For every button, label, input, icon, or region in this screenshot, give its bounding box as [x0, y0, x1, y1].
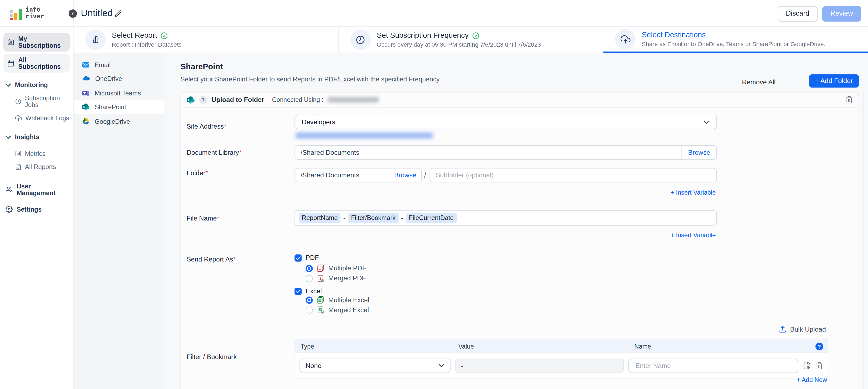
folder-group: Browse [294, 168, 422, 182]
folder-label: Folder* [187, 169, 208, 177]
file-name-input[interactable]: ReportName - Filter/Bookmark - FileCurre… [294, 210, 717, 226]
multiple-excel-icon: X [317, 296, 324, 304]
delete-row-trash-icon[interactable] [815, 362, 823, 369]
add-folder-button[interactable]: + Add Folder [809, 75, 859, 88]
svg-text:X: X [319, 308, 321, 311]
calendar-icon [7, 60, 14, 67]
step-title: Select Report [112, 31, 157, 40]
merged-excel-radio-row[interactable]: X Merged Excel [306, 306, 369, 314]
destination-list: Email OneDrive Microsoft Teams S SharePo… [73, 53, 164, 389]
pdf-label: PDF [306, 254, 319, 262]
upload-icon [779, 325, 787, 333]
step-subtitle: Share as Email or to OneDrive, Teams or … [642, 40, 826, 48]
metrics-chart-icon [15, 150, 22, 157]
app-root: inforiver ‹ Untitled Discard Review My S… [0, 0, 868, 389]
filter-type-select[interactable]: None [299, 358, 450, 372]
multiple-excel-radio-row[interactable]: X Multiple Excel [306, 296, 369, 304]
discard-button[interactable]: Discard [778, 6, 818, 22]
svg-text:X: X [319, 299, 321, 302]
panel-description: Select your SharePoint Folder to send Re… [180, 76, 440, 83]
destination-item-googledrive[interactable]: GoogleDrive [73, 114, 164, 128]
file-name-chip[interactable]: FileCurrentDate [406, 213, 456, 223]
sidebar-item-subscription-jobs[interactable]: Subscription Jobs [0, 91, 73, 111]
sidebar-group-insights[interactable]: Insights [0, 130, 73, 143]
document-library-browse-button[interactable]: Browse [681, 146, 716, 159]
bulk-upload-button[interactable]: Bulk Upload [779, 325, 826, 333]
merged-excel-icon: X [317, 306, 324, 314]
sidebar-item-writeback-logs[interactable]: Writeback Logs [0, 111, 73, 124]
cloud-upload-icon [615, 29, 636, 49]
review-button[interactable]: Review [822, 6, 861, 22]
merged-pdf-radio-row[interactable]: Merged PDF [306, 274, 366, 282]
add-new-link[interactable]: + Add New [797, 376, 827, 383]
insert-variable-link-folder[interactable]: + Insert Variable [671, 189, 716, 196]
multiple-pdf-radio-row[interactable]: Multiple PDF [306, 265, 366, 272]
sidebar-item-metrics[interactable]: Metrics [0, 147, 73, 160]
sidebar-group-label: Insights [15, 134, 39, 140]
filter-bookmark-row: None - [294, 353, 828, 379]
redacted-site-url-link[interactable] [296, 132, 433, 139]
scrollbar-track[interactable] [864, 92, 864, 389]
onedrive-icon [82, 75, 90, 83]
inforiver-logo-icon [9, 6, 23, 21]
filter-value-field: - [455, 358, 624, 372]
file-name-chip[interactable]: ReportName [299, 213, 341, 223]
site-address-label: Site Address* [187, 122, 226, 130]
edit-title-icon[interactable] [115, 9, 122, 20]
step-select-destinations[interactable]: Select Destinations Share as Email or to… [603, 27, 868, 53]
merged-pdf-label: Merged PDF [328, 274, 366, 282]
chip-separator: - [343, 215, 345, 221]
sidebar-item-label: Metrics [25, 150, 45, 157]
sidebar-group-monitoring[interactable]: Monitoring [0, 78, 73, 91]
nav-sidebar: My Subscriptions All Subscriptions Monit… [0, 27, 73, 389]
folder-index-badge: 1 [199, 96, 207, 104]
multiple-pdf-radio[interactable] [306, 265, 313, 272]
step-title: Set Subscription Frequency [377, 31, 469, 40]
filter-name-input[interactable] [630, 362, 797, 369]
help-icon[interactable]: ? [815, 343, 823, 351]
check-circle-icon [160, 32, 168, 39]
sidebar-item-user-management[interactable]: User Management [0, 179, 73, 200]
pdf-checkbox-row[interactable]: PDF [294, 254, 319, 262]
preview-document-icon[interactable] [803, 361, 811, 370]
merged-pdf-radio[interactable] [306, 275, 313, 282]
delete-folder-trash-icon[interactable] [845, 96, 853, 104]
merged-excel-radio[interactable] [306, 306, 313, 313]
step-select-report[interactable]: Select Report Report : Inforiver Dataset… [73, 27, 338, 53]
site-address-select[interactable]: Developers [294, 115, 717, 129]
sidebar-item-settings[interactable]: Settings [0, 202, 73, 217]
destination-item-onedrive[interactable]: OneDrive [73, 72, 164, 86]
sidebar-item-label: Subscription Jobs [25, 95, 70, 108]
destination-item-sharepoint[interactable]: S SharePoint [73, 100, 164, 114]
insert-variable-link-filename[interactable]: + Insert Variable [671, 231, 716, 238]
document-icon [15, 164, 22, 170]
folder-card-title: Upload to Folder [211, 96, 264, 104]
subfolder-group [430, 168, 717, 182]
folder-input[interactable] [295, 168, 389, 182]
document-library-label: Document Library* [187, 148, 242, 156]
check-circle-icon [472, 32, 479, 39]
excel-checkbox-row[interactable]: Excel [294, 287, 322, 295]
clock-icon [350, 29, 371, 50]
folder-browse-button[interactable]: Browse [389, 168, 421, 182]
app-header: inforiver ‹ Untitled Discard Review [0, 0, 868, 27]
destination-item-email[interactable]: Email [73, 58, 164, 72]
main-panel: SharePoint Select your SharePoint Folder… [164, 53, 868, 389]
folder-card-header: S 1 Upload to Folder Connected Using : [181, 92, 859, 108]
sidebar-item-my-subscriptions[interactable]: My Subscriptions [3, 33, 70, 52]
sidebar-item-all-subscriptions[interactable]: All Subscriptions [3, 54, 70, 73]
pdf-checkbox[interactable] [294, 254, 302, 261]
multiple-excel-radio[interactable] [306, 296, 313, 304]
sidebar-item-all-reports[interactable]: All Reports [0, 160, 73, 173]
excel-checkbox[interactable] [294, 287, 302, 295]
merged-excel-label: Merged Excel [328, 306, 369, 314]
back-button[interactable]: ‹ [69, 9, 77, 18]
destination-item-microsoft-teams[interactable]: Microsoft Teams [73, 86, 164, 100]
bulk-upload-label: Bulk Upload [790, 325, 826, 333]
file-name-chip[interactable]: Filter/Bookmark [348, 213, 398, 223]
document-library-input[interactable] [295, 146, 681, 159]
subfolder-input[interactable] [430, 168, 716, 182]
remove-all-button[interactable]: Remove All [742, 78, 776, 86]
email-icon [82, 61, 90, 69]
step-set-frequency[interactable]: Set Subscription Frequency Occurs every … [338, 27, 603, 53]
